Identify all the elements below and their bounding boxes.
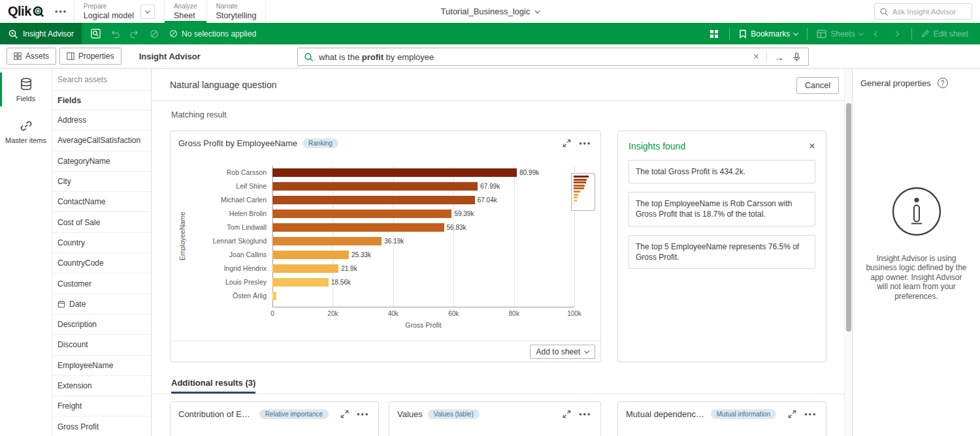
cancel-button[interactable]: Cancel [796,77,839,94]
submit-query-icon[interactable]: → [772,52,786,63]
nav-tab-narrate[interactable]: Narrate Storytelling [207,0,266,23]
bar[interactable] [272,168,517,177]
top-bar: Qlik ●●● Prepare Logical model Analyze S… [0,0,980,23]
step-forward-icon[interactable] [126,25,143,42]
insight-advisor-button[interactable]: Insight Advisor [0,23,82,44]
bar-category-label: Joan Callins [188,248,272,262]
field-item-address[interactable]: Address [52,110,151,131]
app-overview-grid-icon[interactable] [706,25,723,42]
field-item-cost-of-sale[interactable]: Cost of Sale [52,212,151,232]
field-item-averagecallsatisfaction[interactable]: AverageCallSatisfaction [52,131,151,151]
field-label: City [57,177,71,186]
minimap-bar [574,202,574,204]
bar[interactable] [272,278,329,287]
insight-advisor-icon [8,29,18,39]
field-item-description[interactable]: Description [52,315,151,335]
field-item-countrycode[interactable]: CountryCode [52,253,151,273]
search-icon [879,7,889,16]
x-axis-tick: 80k [509,310,519,317]
qlik-logo[interactable]: Qlik [0,0,48,23]
field-item-extension[interactable]: Extension [52,376,151,396]
rail-item-master-items[interactable]: Master items [0,110,52,152]
bar-row[interactable]: 59.39k [272,207,574,221]
assets-toggle-button[interactable]: Assets [7,48,56,65]
logical-model-dropdown[interactable] [140,5,155,19]
bar-row[interactable]: 67.04k [272,193,574,207]
bar-row[interactable]: 18.56k [272,275,574,289]
field-item-customer[interactable]: Customer [52,273,151,294]
microphone-icon[interactable] [791,52,802,62]
help-icon[interactable]: ? [938,78,948,88]
tab-additional-results[interactable]: Additional results (3) [171,378,255,394]
clear-query-icon[interactable]: × [751,52,761,62]
bar-row[interactable]: 56.83k [272,221,574,234]
global-menu-icon[interactable]: ●●● [48,8,74,14]
bar[interactable] [272,237,382,245]
more-options-icon[interactable]: ●●● [803,410,818,418]
edit-sheet-button[interactable]: Edit sheet [917,29,972,39]
clear-selections-icon[interactable] [146,25,163,42]
field-item-freight[interactable]: Freight [52,396,151,416]
nav-tab-analyze[interactable]: Analyze Sheet [165,0,206,23]
bar[interactable] [272,210,451,218]
nl-query-bar[interactable]: what is the profit by employee × → [297,48,809,66]
step-back-icon[interactable] [106,25,123,42]
field-item-date[interactable]: Date [52,294,151,315]
nl-query-text[interactable]: what is the profit by employee [319,52,746,62]
assets-search[interactable] [52,69,151,91]
field-item-country[interactable]: Country [52,233,151,253]
field-item-employeename[interactable]: EmployeeName [52,356,151,376]
field-item-discount[interactable]: Discount [52,335,151,355]
more-options-icon[interactable]: ●●● [578,139,593,148]
query-term: profit [362,52,384,62]
field-item-gross-profit[interactable]: Gross Profit [52,416,151,436]
bar-value-label: 36.19k [384,238,404,245]
rail-item-fields[interactable]: Fields [0,69,52,110]
bar[interactable] [272,182,478,191]
bar-row[interactable] [272,289,574,303]
more-options-icon[interactable]: ●●● [578,410,593,418]
bar[interactable] [272,251,349,259]
bar-row[interactable]: 21.9k [272,262,574,275]
properties-toggle-button[interactable]: Properties [59,48,122,65]
insights-header: Insights found × [629,140,815,151]
bar[interactable] [272,292,276,300]
fields-list: AddressAverageCallSatisfactionCategoryNa… [52,110,151,436]
chevron-down-icon [793,30,798,35]
bar[interactable] [272,196,475,204]
close-icon[interactable]: × [809,140,815,151]
nav-tab-prepare[interactable]: Prepare Logical model [74,0,164,23]
divider [152,394,844,394]
bar[interactable] [272,223,444,232]
bar[interactable] [272,264,338,273]
insight-item: The total Gross Profit is 434.2k. [629,160,815,183]
previous-sheet-icon[interactable] [868,25,885,42]
bookmarks-menu[interactable]: Bookmarks [735,29,802,39]
divider [807,28,808,40]
field-item-city[interactable]: City [52,172,151,192]
selections-tool-icon[interactable] [87,25,104,42]
scrollbar-thumb[interactable] [846,103,851,332]
expand-icon[interactable] [339,409,350,420]
bar-row[interactable]: 80.99k [272,166,574,179]
field-item-categoryname[interactable]: CategoryName [52,151,151,172]
sheets-menu[interactable]: Sheets [813,29,866,39]
bar-row[interactable]: 36.19k [272,234,574,248]
app-title-menu[interactable]: Tutorial_Business_logic [441,0,540,23]
bar-row[interactable]: 25.33k [272,248,574,262]
add-to-sheet-button[interactable]: Add to sheet [530,345,595,359]
main-scrollbar[interactable] [844,69,852,436]
next-sheet-icon[interactable] [888,25,905,42]
expand-icon[interactable] [561,138,572,149]
sheets-label: Sheets [830,29,855,39]
ask-insight-advisor-input[interactable] [892,8,967,16]
chart-minimap[interactable] [571,173,595,211]
expand-icon[interactable] [787,409,798,420]
x-axis-tick: 40k [388,310,399,317]
field-item-contactname[interactable]: ContactName [52,192,151,212]
global-search[interactable] [874,3,972,20]
more-options-icon[interactable]: ●●● [355,410,370,418]
expand-icon[interactable] [561,409,572,420]
search-assets-input[interactable] [57,75,146,84]
bar-row[interactable]: 67.99k [272,179,574,193]
